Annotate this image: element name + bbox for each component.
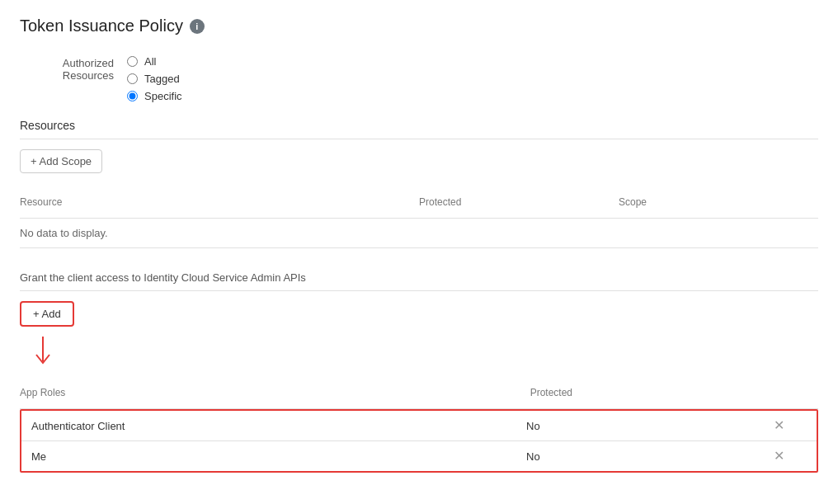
page-title-text: Token Issuance Policy — [20, 16, 183, 35]
radio-specific[interactable] — [127, 91, 138, 101]
radio-option-all[interactable]: All — [127, 55, 182, 68]
grant-section-description: Grant the client access to Identity Clou… — [20, 271, 818, 284]
grant-divider — [20, 290, 818, 291]
radio-option-specific[interactable]: Specific — [127, 90, 182, 102]
col-protected: Protected — [419, 193, 619, 211]
roles-table: App Roles Protected Authenticator Client… — [20, 377, 818, 473]
arrow-icon — [31, 337, 54, 370]
table-row: Authenticator Client No ✕ — [21, 411, 817, 441]
authorized-resources-label: Authorized Resources — [20, 55, 127, 82]
app-role-authenticator: Authenticator Client — [31, 420, 526, 432]
col-resource: Resource — [20, 193, 419, 211]
info-icon[interactable]: i — [190, 19, 205, 34]
app-role-me: Me — [31, 450, 526, 463]
radio-tagged[interactable] — [127, 73, 138, 84]
radio-all[interactable] — [127, 56, 138, 67]
col-protected-roles: Protected — [530, 384, 785, 402]
resources-divider — [20, 139, 818, 139]
no-data-text: No data to display. — [20, 219, 818, 248]
roles-table-body: Authenticator Client No ✕ Me No ✕ — [20, 409, 818, 473]
radio-option-tagged[interactable]: Tagged — [127, 73, 182, 85]
resources-table: Resource Protected Scope No data to disp… — [20, 186, 818, 248]
page-title: Token Issuance Policy i — [20, 16, 818, 35]
col-app-roles: App Roles — [20, 384, 530, 402]
arrow-indicator — [31, 337, 818, 372]
add-button[interactable]: + Add — [20, 301, 74, 327]
table-row: Me No ✕ — [21, 441, 817, 471]
remove-me-button[interactable]: ✕ — [774, 450, 784, 463]
protected-me: No — [526, 450, 774, 463]
resources-section-title: Resources — [20, 119, 818, 132]
authorized-resources-radio-group: All Tagged Specific — [127, 55, 182, 102]
roles-table-header: App Roles Protected — [20, 377, 818, 409]
protected-authenticator: No — [526, 420, 774, 432]
resources-table-header: Resource Protected Scope — [20, 186, 818, 219]
col-scope: Scope — [619, 193, 818, 211]
remove-authenticator-button[interactable]: ✕ — [774, 419, 784, 432]
add-scope-button[interactable]: + Add Scope — [20, 149, 102, 173]
